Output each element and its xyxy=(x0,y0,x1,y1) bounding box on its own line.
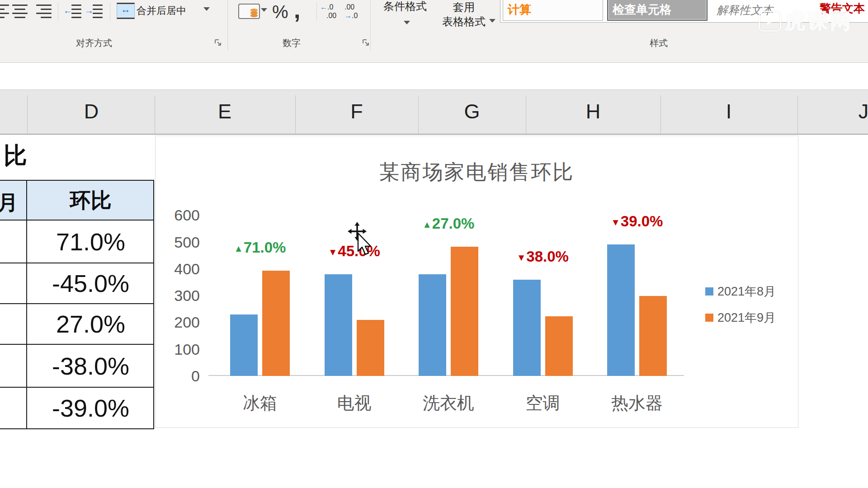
y-axis-label: 200 xyxy=(172,314,200,330)
chart-legend[interactable]: 2021年8月2021年9月 xyxy=(705,285,776,338)
left-arrow-icon: ← xyxy=(63,5,72,16)
category-label: 空调 xyxy=(505,392,581,415)
watermark: 虎课网 xyxy=(759,7,853,35)
accounting-format-dropdown[interactable] xyxy=(261,8,267,12)
table-row: 71.0% xyxy=(0,221,154,263)
align-center-button[interactable] xyxy=(12,4,28,19)
table-header-month-partial: 月 xyxy=(0,189,18,217)
decrease-indent-button[interactable]: ← xyxy=(64,4,81,19)
category-label: 电视 xyxy=(316,392,393,415)
column-divider xyxy=(295,95,296,134)
table-cell-value[interactable]: -38.0% xyxy=(27,345,154,387)
column-header-F[interactable]: F xyxy=(339,100,375,123)
table-cell-value[interactable]: -45.0% xyxy=(27,263,154,303)
bar-2021年8月-空调[interactable] xyxy=(513,280,541,376)
bar-2021年8月-洗衣机[interactable] xyxy=(419,274,446,376)
bar-2021年9月-电视[interactable] xyxy=(357,320,384,376)
data-label: ▼38.0% xyxy=(500,248,586,265)
ribbon-separator xyxy=(316,3,317,21)
comma-style-button[interactable]: , xyxy=(294,0,300,23)
column-header-D[interactable]: D xyxy=(73,100,109,123)
table-header-row: 月 环比 xyxy=(0,180,154,221)
conditional-formatting-button[interactable]: 条件格式 xyxy=(383,0,427,14)
format-as-table-dropdown[interactable] xyxy=(489,19,495,23)
format-as-table-label[interactable]: 表格格式 xyxy=(442,14,486,29)
column-divider xyxy=(526,95,526,134)
column-header-E[interactable]: E xyxy=(207,100,243,123)
styles-group-label: 样式 xyxy=(650,37,668,49)
chart-object[interactable]: 某商场家电销售环比 6005004003002001000 冰箱▲71.0%电视… xyxy=(155,136,798,428)
column-divider xyxy=(418,95,419,134)
category-label: 冰箱 xyxy=(222,392,298,415)
table-cell-value[interactable]: 71.0% xyxy=(27,221,154,263)
bar-2021年9月-空调[interactable] xyxy=(545,316,573,376)
merge-center-icon[interactable]: ↔ xyxy=(117,3,135,19)
style-check-cell[interactable]: 检查单元格 xyxy=(607,0,708,21)
ribbon-separator xyxy=(110,3,110,21)
increase-indent-button[interactable]: → xyxy=(85,4,103,19)
merge-center-dropdown[interactable] xyxy=(203,7,210,11)
increase-decimal-button[interactable]: ←.0.00 xyxy=(320,3,344,21)
number-group-label: 数字 xyxy=(283,37,301,49)
decrease-decimal-button[interactable]: .00→.0 xyxy=(344,3,368,21)
table-border xyxy=(153,180,154,429)
coin-stack-icon xyxy=(250,14,258,17)
category-label: 洗衣机 xyxy=(410,392,487,415)
number-dialog-launcher-icon[interactable] xyxy=(361,38,370,47)
data-label: ▲71.0% xyxy=(217,239,303,256)
decrease-triangle-icon: ▼ xyxy=(611,217,620,227)
legend-swatch-icon xyxy=(705,287,713,296)
bar-2021年8月-冰箱[interactable] xyxy=(230,314,258,376)
legend-item[interactable]: 2021年9月 xyxy=(705,311,776,324)
alignment-dialog-launcher-icon[interactable] xyxy=(213,38,222,47)
table-row: -39.0% xyxy=(0,388,154,429)
table-cell-value[interactable]: 27.0% xyxy=(27,304,154,344)
bar-2021年8月-热水器[interactable] xyxy=(607,244,635,376)
column-headers: DEFGHIJ xyxy=(0,90,868,135)
mouse-cursor xyxy=(339,221,375,260)
column-divider xyxy=(797,95,798,134)
column-divider xyxy=(155,95,155,134)
excel-window: ← → ↔ 合并后居中 % , ←.0.00 .00→.0 条件格式 套用 表格… xyxy=(0,0,868,488)
format-as-table-button[interactable]: 套用 xyxy=(453,0,475,14)
table-row: -38.0% xyxy=(0,345,154,388)
column-header-J[interactable]: J xyxy=(845,100,868,123)
formula-bar[interactable] xyxy=(0,63,868,90)
table-border xyxy=(26,180,27,429)
ribbon: ← → ↔ 合并后居中 % , ←.0.00 .00→.0 条件格式 套用 表格… xyxy=(0,0,868,63)
alignment-group-label: 对齐方式 xyxy=(76,37,112,49)
y-axis-label: 100 xyxy=(172,342,200,357)
group-separator xyxy=(370,0,371,51)
group-separator xyxy=(227,0,228,51)
column-divider xyxy=(660,95,661,134)
align-right-button[interactable] xyxy=(35,4,52,19)
category-label: 热水器 xyxy=(599,392,675,415)
accounting-format-icon[interactable] xyxy=(238,4,260,19)
watermark-text: 虎课网 xyxy=(785,7,853,35)
conditional-formatting-dropdown[interactable] xyxy=(404,21,410,24)
table-cell-value[interactable]: -39.0% xyxy=(27,388,154,428)
y-axis-label: 500 xyxy=(172,235,200,250)
bar-2021年9月-洗衣机[interactable] xyxy=(451,247,478,376)
column-header-I[interactable]: I xyxy=(711,100,747,123)
style-calculation[interactable]: 计算 xyxy=(503,0,603,21)
percent-style-button[interactable]: % xyxy=(272,2,288,22)
chart-title[interactable]: 某商场家电销售环比 xyxy=(156,159,798,186)
right-arrow-icon: → xyxy=(85,5,94,16)
legend-item[interactable]: 2021年8月 xyxy=(705,285,776,298)
legend-label: 2021年9月 xyxy=(717,310,776,326)
bar-2021年9月-冰箱[interactable] xyxy=(262,271,290,376)
data-table: 月 环比 71.0%-45.0%27.0%-38.0%-39.0% xyxy=(0,180,154,429)
table-row: 27.0% xyxy=(0,304,154,345)
bar-2021年9月-热水器[interactable] xyxy=(639,296,667,376)
increase-triangle-icon: ▲ xyxy=(234,243,243,253)
bar-2021年8月-电视[interactable] xyxy=(325,274,352,376)
table-row: -45.0% xyxy=(0,263,154,304)
y-axis-label: 300 xyxy=(172,288,200,303)
sheet-title-partial: 比 xyxy=(4,140,27,172)
align-left-button[interactable] xyxy=(0,4,10,19)
merge-center-button[interactable]: 合并后居中 xyxy=(137,4,186,18)
column-header-G[interactable]: G xyxy=(454,100,490,123)
column-header-H[interactable]: H xyxy=(575,100,611,123)
column-divider xyxy=(27,95,28,134)
